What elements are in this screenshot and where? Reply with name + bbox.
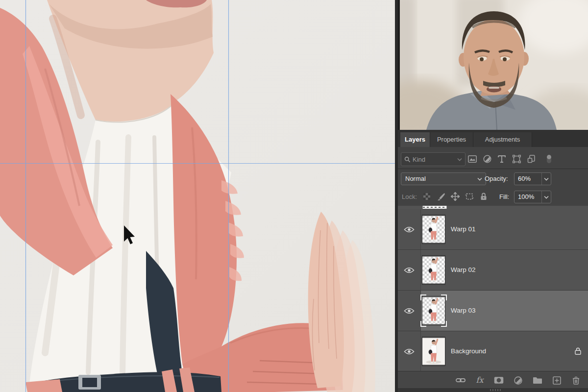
chevron-down-icon (477, 177, 482, 181)
blend-mode-select[interactable]: Normal (401, 172, 486, 185)
fill-input[interactable]: 100% (514, 191, 551, 203)
lock-row: Lock: Fill: 100% (398, 188, 588, 206)
delete-layer-icon[interactable] (571, 375, 581, 385)
layer-row-warp-03[interactable]: Warp 03 (398, 291, 588, 331)
filter-kind-dropdown[interactable]: Kind (401, 152, 466, 166)
chevron-down-icon (457, 158, 462, 161)
tab-adjustments[interactable]: Adjustments (473, 132, 532, 147)
canvas-artwork (0, 0, 398, 392)
visibility-toggle[interactable] (398, 331, 421, 371)
blend-mode-row: Normal Opacity: 60% (398, 169, 588, 188)
panel-tab-bar: Layers Properties Adjustments (398, 130, 588, 147)
shape-layer-filter-icon[interactable] (512, 154, 521, 163)
document-canvas[interactable] (0, 0, 398, 392)
type-layer-filter-icon[interactable] (497, 154, 506, 163)
pixel-layer-filter-icon[interactable] (468, 154, 477, 163)
fx-label: fx (476, 375, 484, 385)
layer-thumbnail[interactable] (422, 256, 445, 284)
layer-mask-icon[interactable] (494, 375, 504, 385)
layer-filter-row: Kind (398, 147, 588, 169)
fill-dropdown[interactable] (541, 191, 551, 203)
opacity-dropdown[interactable] (541, 173, 551, 185)
search-icon (404, 156, 411, 163)
partial-thumbnail (422, 206, 447, 209)
layer-toolbar: fx (398, 371, 588, 389)
link-layers-icon[interactable] (456, 375, 466, 385)
opacity-value[interactable]: 60% (514, 173, 541, 185)
layer-name[interactable]: Warp 03 (451, 291, 476, 331)
layers-panel: Layers Properties Adjustments Kind (398, 130, 588, 392)
adjustment-layer-filter-icon[interactable] (483, 154, 491, 163)
layer-list: Warp 01 Warp 02 (398, 206, 588, 371)
new-group-icon[interactable] (533, 375, 542, 385)
layer-row-background[interactable]: Background (398, 331, 588, 371)
tab-properties[interactable]: Properties (430, 132, 473, 147)
tab-layers[interactable]: Layers (400, 132, 430, 147)
smart-object-filter-icon[interactable] (527, 154, 536, 163)
chevron-down-icon (544, 196, 549, 199)
photoshop-tutorial-screen: Layers Properties Adjustments Kind (0, 0, 588, 392)
lock-transparent-pixels-icon[interactable] (422, 192, 431, 201)
eye-icon (404, 308, 415, 314)
lock-all-icon[interactable] (479, 192, 488, 201)
lock-artboard-icon[interactable] (465, 192, 474, 201)
layer-thumbnail[interactable] (422, 337, 445, 366)
layer-name[interactable]: Warp 01 (451, 209, 476, 249)
eye-icon (404, 267, 415, 273)
layer-thumbnail[interactable] (422, 296, 445, 325)
panel-footer (398, 388, 588, 392)
layer-row-warp-01[interactable]: Warp 01 (398, 209, 588, 250)
lock-label: Lock: (402, 193, 417, 200)
visibility-toggle[interactable] (398, 291, 421, 331)
blend-mode-value: Normal (405, 175, 426, 182)
panel-resize-grip[interactable] (490, 389, 502, 391)
layer-row-warp-02[interactable]: Warp 02 (398, 250, 588, 291)
lock-position-icon[interactable] (451, 192, 460, 201)
opacity-input[interactable]: 60% (514, 172, 551, 185)
layer-filter-toggle[interactable] (544, 154, 553, 163)
visibility-toggle[interactable] (398, 250, 421, 290)
layer-lock-icon (575, 347, 581, 357)
new-layer-icon[interactable] (552, 375, 562, 385)
lock-image-pixels-icon[interactable] (437, 192, 445, 201)
layer-name[interactable]: Background (451, 331, 486, 371)
fill-label: Fill: (499, 193, 509, 200)
chevron-down-icon (544, 177, 549, 181)
filter-kind-label: Kind (413, 156, 457, 163)
layer-name[interactable]: Warp 02 (451, 250, 476, 290)
fill-value[interactable]: 100% (514, 191, 541, 203)
opacity-label: Opacity: (485, 175, 508, 182)
adjustment-layer-icon[interactable] (513, 375, 523, 385)
instructor-video (398, 0, 588, 130)
video-left-border (398, 0, 400, 130)
eye-icon (404, 348, 415, 355)
eye-icon (404, 226, 415, 233)
layer-thumbnail[interactable] (422, 215, 445, 244)
layer-style-icon[interactable]: fx (475, 375, 485, 385)
visibility-toggle[interactable] (398, 209, 421, 249)
